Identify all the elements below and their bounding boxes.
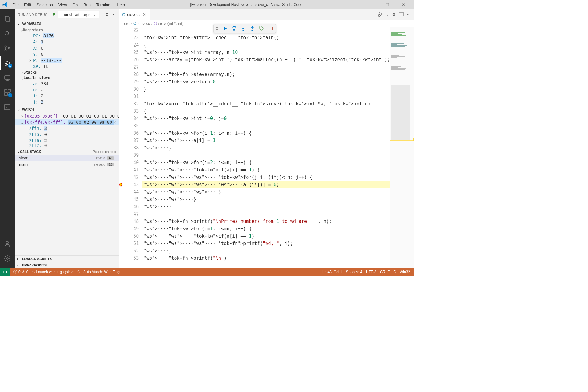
watch-byte-row[interactable]: 7ff7: 0	[15, 144, 119, 147]
code-line[interactable]: "ws">····"tok-kw">int i=0, j=0;	[142, 115, 390, 122]
activity-search[interactable]	[0, 26, 15, 41]
activity-debug[interactable]: 1	[0, 56, 15, 70]
code-line[interactable]: "ws">····}	[142, 247, 390, 254]
loaded-scripts-header[interactable]: › LOADED SCRIPTS	[15, 256, 119, 262]
encoding-status[interactable]: UTF-8	[364, 270, 378, 274]
breadcrumb-file[interactable]: sieve.c	[138, 21, 150, 26]
restart-button[interactable]	[258, 25, 265, 32]
close-icon[interactable]: ✕	[143, 12, 146, 17]
remote-button[interactable]	[0, 268, 10, 276]
code-line[interactable]: }	[142, 85, 390, 93]
menu-view[interactable]: View	[56, 1, 70, 8]
register-row[interactable]: X: 0	[15, 45, 119, 51]
code-line[interactable]: "ws">····"ws">····}	[142, 196, 390, 203]
code-line[interactable]: "ws">····"tok-kw">for(i=1; i<=n; i++) {	[142, 130, 390, 137]
code-line[interactable]: {	[142, 107, 390, 115]
callstack-header[interactable]: ⌄ CALL STACK Paused on step	[15, 148, 119, 155]
indentation-status[interactable]: Spaces: 4	[344, 270, 364, 274]
code-line[interactable]: "tok-kw">int "tok-attr">__cdecl__ "tok-f…	[142, 34, 390, 41]
remove-watch-icon[interactable]: ✕	[114, 120, 116, 125]
register-row[interactable]: Y: 0	[15, 51, 119, 57]
menu-selection[interactable]: Selection	[34, 1, 55, 8]
continue-button[interactable]	[222, 25, 228, 32]
code-line[interactable]	[142, 63, 390, 71]
local-var-row[interactable]: j: 3	[15, 99, 119, 105]
code-line[interactable]	[142, 152, 390, 159]
local-var-row[interactable]: n: a	[15, 87, 119, 93]
grip-icon[interactable]: ⠿	[216, 26, 219, 31]
menu-file[interactable]: File	[10, 1, 21, 8]
register-row[interactable]: SP: fb	[15, 63, 119, 70]
code-line[interactable]	[142, 210, 390, 218]
local-var-row[interactable]: i: 2	[15, 93, 119, 99]
registers-group[interactable]: ⌄ Registers	[15, 27, 119, 33]
code-line[interactable]: "tok-kw">void "tok-attr">__cdecl__ "tok-…	[142, 100, 390, 107]
language-status[interactable]: C	[391, 270, 398, 274]
code-line[interactable]: "ws">····}	[142, 203, 390, 210]
code-line[interactable]: "ws">····"tok-fn">printf("\nPrimes numbe…	[142, 218, 390, 225]
step-over-button[interactable]	[231, 25, 237, 32]
gear-icon[interactable]: ⚙	[392, 12, 396, 17]
maximize-button[interactable]: ☐	[381, 2, 394, 7]
breakpoints-header[interactable]: › BREAKPOINTS	[15, 262, 119, 268]
os-status[interactable]: Win32	[398, 270, 412, 274]
callstack-frame[interactable]: mainsieve.c28	[15, 161, 119, 168]
code-line[interactable]: "ws">····"tok-kw">return 0;	[142, 78, 390, 85]
register-row[interactable]: ›P: --1B-I--	[15, 57, 119, 63]
activity-settings[interactable]	[0, 251, 15, 266]
code-line[interactable]	[142, 122, 390, 130]
menu-terminal[interactable]: Terminal	[94, 1, 114, 8]
debug-run-icon[interactable]	[378, 11, 383, 18]
code-line[interactable]: "ws">····"tok-kw">for(i=1; i<=n; i++) {	[142, 225, 390, 232]
split-editor-icon[interactable]	[399, 12, 404, 17]
watch-byte-row[interactable]: 7ff5: 0	[15, 131, 119, 138]
code-line[interactable]: "ws">····"ws">····a[i] = 1;	[142, 137, 390, 144]
eol-status[interactable]: CRLF	[378, 270, 391, 274]
debug-status[interactable]: ▷ Launch with args (sieve_c)	[30, 270, 81, 274]
code-line[interactable]: "ws">····"tok-fn">printf("\n");	[142, 254, 390, 262]
watch-row[interactable]: ⌄[0x7ff4:0x7fff]: 03 00 02 00 0a 00 34…✕	[15, 119, 119, 125]
code-line[interactable]: "ws">····"ws">····"ws">····"ws">····a[(i…	[142, 181, 390, 188]
activity-scm[interactable]	[0, 41, 15, 56]
local-var-row[interactable]: a: 334	[15, 81, 119, 87]
auto-attach-status[interactable]: Auto Attach: With Flag	[81, 270, 122, 274]
breadcrumb-folder[interactable]: src	[124, 21, 129, 26]
cursor-position[interactable]: Ln 43, Col 1	[321, 270, 344, 274]
menu-help[interactable]: Help	[114, 1, 127, 8]
callstack-frame[interactable]: sievesieve.c43	[15, 155, 119, 161]
step-out-button[interactable]	[249, 25, 255, 32]
code-line[interactable]: "ws">····"tok-fn">sieve(array,n);	[142, 71, 390, 78]
code-line[interactable]: "ws">····"ws">····"ws">····}	[142, 188, 390, 196]
locals-group[interactable]: ⌄ Local: sieve	[15, 75, 119, 81]
code-line[interactable]: "ws">····"tok-kw">int *array, n=10;	[142, 49, 390, 56]
minimap[interactable]	[390, 27, 414, 268]
code-line[interactable]	[142, 93, 390, 100]
chevron-down-icon[interactable]: ⌄	[386, 13, 389, 16]
code-line[interactable]: "ws">····"ws">····"ws">····"tok-kw">for(…	[142, 174, 390, 181]
stop-button[interactable]	[268, 25, 274, 32]
gear-icon[interactable]: ⚙	[105, 12, 109, 17]
watch-byte-row[interactable]: 7ff6: 2	[15, 138, 119, 144]
activity-account[interactable]	[0, 236, 15, 251]
menu-edit[interactable]: Edit	[22, 1, 33, 8]
activity-extensions[interactable]: 1	[0, 85, 15, 100]
code-line[interactable]: "ws">····array =("tok-kw">int *)"tok-fn"…	[142, 56, 390, 63]
activity-explorer[interactable]	[0, 12, 15, 26]
launch-config-select[interactable]: Launch with args ⌄	[58, 11, 99, 18]
code-content[interactable]: "tok-kw">int "tok-attr">__cdecl__ "tok-f…	[142, 27, 390, 268]
variables-header[interactable]: ⌄ VARIABLES	[15, 20, 119, 27]
watch-row[interactable]: ›[0x335:0x36f]: 00 01 00 01 00 01 00 00 …	[15, 113, 119, 119]
more-icon[interactable]: ⋯	[407, 12, 411, 17]
problems-button[interactable]: ⓧ0 ⚠0	[12, 270, 30, 275]
code-line[interactable]: {	[142, 41, 390, 49]
code-line[interactable]: "ws">····"ws">····"tok-kw">if(a[i] == 1)	[142, 232, 390, 240]
more-icon[interactable]: ⋯	[111, 12, 115, 17]
menu-go[interactable]: Go	[70, 1, 80, 8]
code-line[interactable]: "ws">····"tok-kw">for(i=2; i<=n; i++) {	[142, 159, 390, 166]
minimize-button[interactable]: —	[365, 2, 378, 7]
activity-remote-explorer[interactable]	[0, 70, 15, 85]
stacks-group[interactable]: › Stacks	[15, 70, 119, 75]
code-editor[interactable]: 2223242526272829303132333435363738394041…	[119, 27, 414, 268]
register-row[interactable]: A: 1	[15, 39, 119, 45]
register-row[interactable]: PC: 8176	[15, 33, 119, 39]
